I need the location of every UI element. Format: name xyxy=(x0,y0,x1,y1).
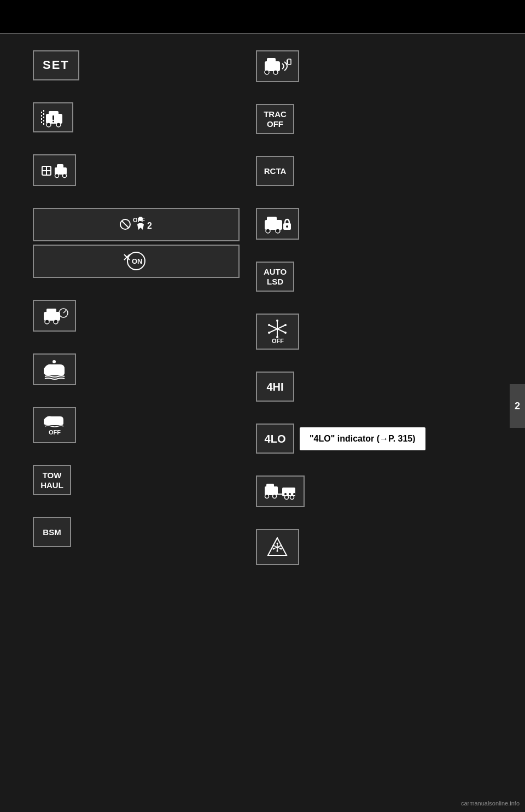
svg-point-13 xyxy=(55,174,59,178)
svg-rect-6 xyxy=(52,115,54,120)
slip-off-icon: OFF xyxy=(33,407,76,443)
svg-point-40 xyxy=(266,229,270,233)
snowflake-road-row xyxy=(256,529,492,565)
trac-off-label: TRACOFF xyxy=(264,109,287,129)
off-on-stack: OFF 2 ON xyxy=(33,208,240,278)
bsm-icon: BSM xyxy=(33,517,71,547)
svg-line-16 xyxy=(122,221,129,228)
off2-icon: OFF 2 xyxy=(33,208,240,241)
trac-off-icon: TRACOFF xyxy=(256,104,294,134)
set-label: SET xyxy=(43,58,69,72)
trac-off-row: TRACOFF xyxy=(256,104,492,134)
slip-off-row: OFF xyxy=(33,407,240,443)
auto-lsd-label: AUTOLSD xyxy=(264,267,287,287)
auto-lock-icon xyxy=(256,208,299,240)
svg-point-64 xyxy=(293,493,295,495)
auto-lsd-icon: AUTOLSD xyxy=(256,262,294,292)
top-bar xyxy=(0,0,525,33)
speed-warning-icon xyxy=(33,300,76,332)
slip-off-svg: OFF xyxy=(39,411,69,439)
trailer-row xyxy=(256,475,492,507)
svg-point-26 xyxy=(45,320,49,324)
svg-point-43 xyxy=(286,225,288,228)
left-column: SET xyxy=(33,50,240,565)
svg-point-62 xyxy=(284,493,287,495)
svg-rect-36 xyxy=(288,59,291,65)
svg-point-30 xyxy=(52,360,56,363)
svg-rect-39 xyxy=(267,217,277,222)
main-content: SET xyxy=(0,34,525,582)
4hi-icon: 4HI xyxy=(256,372,294,402)
trailer-icon xyxy=(256,475,305,507)
speed-warning-svg xyxy=(39,304,69,327)
rcta-row: RCTA xyxy=(256,156,492,186)
svg-point-49 xyxy=(268,324,270,326)
4lo-label: 4LO xyxy=(265,432,286,445)
svg-point-47 xyxy=(276,320,278,322)
svg-point-56 xyxy=(265,495,269,498)
svg-point-50 xyxy=(284,332,287,334)
feature-off-row: OFF xyxy=(256,314,492,350)
parking-sensor-row xyxy=(256,50,492,82)
4lo-tooltip-row: 4LO "4LO" indicator (→P. 315) xyxy=(256,424,492,454)
svg-point-34 xyxy=(265,70,269,74)
svg-point-73 xyxy=(273,548,275,550)
parking-sensor-icon xyxy=(256,50,299,82)
feature-off-svg: OFF xyxy=(262,318,293,345)
svg-point-7 xyxy=(52,120,54,122)
off2-svg: OFF 2 xyxy=(119,212,154,237)
svg-point-14 xyxy=(63,174,67,178)
svg-rect-55 xyxy=(266,484,274,489)
svg-rect-59 xyxy=(282,488,295,496)
4lo-icon: 4LO xyxy=(256,424,294,454)
svg-point-60 xyxy=(285,496,289,500)
slip-icon xyxy=(33,353,76,385)
svg-point-63 xyxy=(289,493,291,495)
on-svg: ON xyxy=(119,249,154,274)
snowflake-road-icon xyxy=(256,529,299,565)
svg-text:2: 2 xyxy=(147,221,152,230)
svg-rect-12 xyxy=(57,164,63,169)
svg-line-29 xyxy=(63,310,66,313)
side-tab-number: 2 xyxy=(510,384,525,428)
vehicle-warning-svg xyxy=(39,107,67,128)
parking-sensor-svg xyxy=(262,55,293,78)
svg-point-35 xyxy=(273,70,278,74)
auto-lock-svg xyxy=(262,212,293,235)
svg-point-27 xyxy=(54,320,58,324)
awd-svg xyxy=(39,159,69,182)
svg-rect-33 xyxy=(267,58,276,63)
vehicle-warning-row xyxy=(33,102,240,132)
rcta-label: RCTA xyxy=(264,166,287,176)
watermark: carmanualsonline.info xyxy=(461,800,520,807)
svg-point-69 xyxy=(277,550,278,552)
set-row: SET xyxy=(33,50,240,80)
svg-point-52 xyxy=(268,332,270,334)
4lo-tooltip: "4LO" indicator (→P. 315) xyxy=(300,427,425,450)
auto-lsd-row: AUTOLSD xyxy=(256,262,492,292)
tow-haul-label: TOWHAUL xyxy=(40,471,63,490)
tow-haul-row: TOWHAUL xyxy=(33,465,240,495)
4hi-row: 4HI xyxy=(256,372,492,402)
svg-point-71 xyxy=(281,548,282,550)
vehicle-warning-icon xyxy=(33,102,73,132)
right-column: TRACOFF RCTA xyxy=(240,50,492,565)
4hi-label: 4HI xyxy=(266,380,283,393)
awd-icon xyxy=(33,154,76,186)
set-icon: SET xyxy=(33,50,79,80)
rcta-icon: RCTA xyxy=(256,156,294,186)
svg-text:OFF: OFF xyxy=(49,429,61,436)
svg-point-51 xyxy=(284,324,287,326)
svg-point-4 xyxy=(46,123,51,127)
svg-point-5 xyxy=(56,123,61,127)
svg-text:OFF: OFF xyxy=(272,338,284,344)
awd-row xyxy=(33,154,240,186)
svg-rect-25 xyxy=(46,309,56,314)
speed-warning-row xyxy=(33,300,240,332)
bsm-label: BSM xyxy=(43,527,61,537)
snowflake-road-svg xyxy=(262,533,293,561)
trailer-svg xyxy=(262,480,298,503)
svg-point-61 xyxy=(290,496,294,500)
svg-point-68 xyxy=(277,543,278,544)
slip-svg xyxy=(39,358,69,381)
